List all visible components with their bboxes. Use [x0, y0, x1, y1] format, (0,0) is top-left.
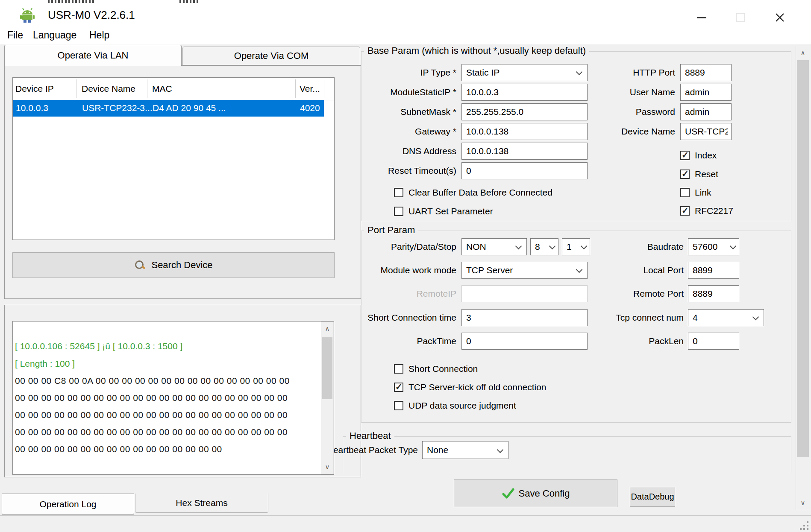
scroll-up-icon[interactable]: ∧	[796, 47, 810, 59]
datadebug-button[interactable]: DataDebug	[630, 487, 675, 507]
local-port-label: Local Port	[538, 265, 684, 276]
tab-operate-via-com[interactable]: Operate Via COM	[182, 47, 360, 65]
chevron-down-icon	[730, 243, 737, 250]
log-scrollbar[interactable]: ∧ ∨	[321, 322, 334, 474]
heartbeat-packet-type-value: None	[427, 445, 448, 455]
maximize-icon	[736, 13, 745, 22]
cell-mac: D4 AD 20 90 45 ...	[153, 102, 226, 114]
uart-set-param-checkbox[interactable]	[394, 207, 403, 216]
maximize-button[interactable]	[729, 7, 752, 28]
app-icon	[19, 7, 36, 24]
search-icon	[134, 260, 145, 271]
reset-checkbox[interactable]	[680, 170, 690, 179]
menu-help[interactable]: Help	[89, 29, 109, 41]
search-device-button[interactable]: Search Device	[12, 252, 335, 278]
column-header-device-name[interactable]: Device Name	[82, 83, 135, 94]
baudrate-value: 57600	[693, 239, 717, 255]
column-header-device-ip[interactable]: Device IP	[15, 83, 54, 94]
work-mode-value: TCP Server	[466, 265, 513, 275]
packlen-field[interactable]: 0	[688, 333, 739, 350]
password-value: admin	[685, 107, 709, 117]
cell-device-name: USR-TCP232-3...	[82, 102, 153, 114]
reset-label[interactable]: Reset	[695, 169, 718, 180]
scroll-down-icon[interactable]: ∨	[796, 497, 810, 509]
scroll-up-icon[interactable]: ∧	[321, 323, 333, 335]
hex-line: 00 00 00 00 00 00 00 00 00 00 00 00 00 0…	[15, 444, 222, 454]
window-title: USR-M0 V2.2.6.1	[48, 8, 135, 22]
password-field[interactable]: admin	[680, 103, 732, 120]
clipped-text-fragment	[48, 0, 94, 3]
tab-hex-streams[interactable]: Hex Streams	[135, 494, 268, 513]
rfc2217-label[interactable]: RFC2217	[695, 205, 733, 216]
user-name-field[interactable]: admin	[680, 84, 732, 101]
close-button[interactable]	[768, 7, 792, 28]
hex-line: 00 00 00 00 00 00 00 00 00 00 00 00 00 0…	[15, 427, 288, 437]
right-panel-scrollbar[interactable]: ∧ ∨	[796, 46, 810, 510]
short-connection-label[interactable]: Short Connection	[408, 363, 478, 374]
link-label[interactable]: Link	[695, 187, 711, 198]
user-name-label: User Name	[517, 87, 675, 98]
ip-type-value: Static IP	[466, 67, 500, 77]
device-name-value: USR-TCP232	[685, 123, 728, 140]
local-port-field[interactable]: 8899	[688, 262, 739, 279]
tab-label: Hex Streams	[176, 498, 227, 508]
tcp-connect-num-label: Tcp connect num	[538, 312, 684, 323]
save-check-icon	[502, 487, 514, 500]
scrollbar-thumb[interactable]	[797, 60, 809, 457]
resize-grip[interactable]	[800, 521, 809, 531]
clear-buffer-checkbox[interactable]	[394, 188, 403, 197]
rfc2217-checkbox[interactable]	[680, 206, 690, 216]
column-divider[interactable]	[76, 79, 76, 98]
parity-select[interactable]: NONE	[461, 238, 527, 255]
short-connection-checkbox[interactable]	[394, 364, 403, 374]
search-device-label: Search Device	[151, 260, 212, 271]
tab-operate-via-lan[interactable]: Operate Via LAN	[4, 45, 182, 66]
column-divider[interactable]	[295, 79, 296, 98]
remote-port-label: Remote Port	[538, 288, 684, 299]
reset-timeout-field[interactable]: 0	[461, 162, 588, 179]
column-divider[interactable]	[324, 79, 324, 98]
port-param-title: Port Param	[364, 225, 418, 235]
udp-judgment-checkbox[interactable]	[394, 401, 403, 410]
table-row[interactable]: 10.0.0.3 USR-TCP232-3... D4 AD 20 90 45 …	[13, 100, 324, 117]
remote-port-field[interactable]: 8889	[688, 285, 739, 302]
http-port-field[interactable]: 8889	[680, 64, 732, 81]
log-output[interactable]: [ 10.0.0.106 : 52645 ] ¡û [ 10.0.0.3 : 1…	[12, 321, 334, 475]
remote-port-value: 8889	[693, 289, 713, 298]
column-header-mac[interactable]: MAC	[152, 83, 172, 94]
background-window-sliver	[0, 0, 811, 3]
user-name-value: admin	[685, 87, 709, 97]
index-label[interactable]: Index	[695, 150, 717, 161]
minimize-button[interactable]	[690, 7, 714, 28]
column-header-ver[interactable]: Ver...	[300, 83, 320, 94]
scroll-down-icon[interactable]: ∨	[321, 461, 333, 473]
device-name-field[interactable]: USR-TCP232	[680, 123, 732, 140]
password-label: Password	[517, 106, 675, 117]
baudrate-select[interactable]: 57600	[688, 238, 739, 255]
titlebar: USR-M0 V2.2.6.1	[0, 3, 811, 26]
tcp-kick-checkbox[interactable]	[394, 383, 403, 392]
menu-file[interactable]: File	[7, 29, 23, 41]
dns-address-field[interactable]: 10.0.0.138	[461, 143, 588, 160]
scrollbar-thumb[interactable]	[322, 337, 332, 399]
tcp-kick-label[interactable]: TCP Server-kick off old connection	[408, 382, 547, 393]
chevron-down-icon	[497, 447, 504, 453]
index-checkbox[interactable]	[680, 151, 690, 160]
clear-buffer-label[interactable]: Clear Buffer Data Before Connected	[408, 187, 552, 198]
menu-language[interactable]: Language	[33, 29, 76, 41]
tab-operation-log[interactable]: Operation Log	[2, 494, 134, 515]
packtime-value: 0	[466, 336, 471, 346]
http-port-value: 8889	[685, 67, 705, 77]
local-port-value: 8899	[693, 265, 713, 275]
save-config-button[interactable]: Save Config	[454, 479, 617, 507]
column-divider[interactable]	[147, 79, 147, 98]
hex-line: 00 00 00 00 00 00 00 00 00 00 00 00 00 0…	[15, 410, 288, 420]
device-name-label: Device Name	[517, 126, 675, 137]
heartbeat-packet-type-select[interactable]: None	[422, 441, 508, 459]
uart-set-param-label[interactable]: UART Set Parameter	[408, 206, 493, 217]
tcp-connect-num-select[interactable]: 4	[688, 309, 764, 326]
cell-ver: 4020	[300, 102, 320, 114]
udp-judgment-label[interactable]: UDP data source judgment	[408, 400, 516, 411]
base-param-title: Base Param (which is without *,usually k…	[364, 46, 589, 56]
link-checkbox[interactable]	[680, 188, 690, 197]
